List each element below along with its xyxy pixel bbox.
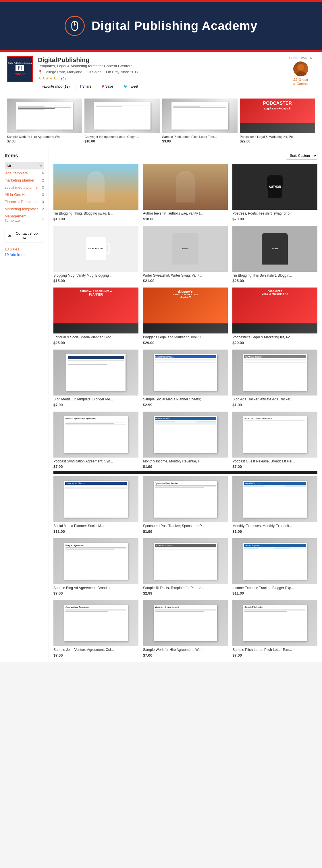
- sidebar-financial-label: Financial Templates: [5, 199, 38, 204]
- product-price-0: $18.00: [54, 217, 138, 221]
- product-card-17[interactable]: Monthly Expenses Monthly Expenses: Month…: [232, 476, 317, 534]
- product-title-23: Sample Pitch Letter, Pitch Letter Tem...: [232, 648, 317, 652]
- product-img-2: AUTHOR: [232, 164, 317, 210]
- product-title-16: Sponsored Post Tracker; Sponsored P...: [143, 524, 228, 528]
- product-card-9[interactable]: Blog Media Kit Template, Blogger Me... $…: [54, 349, 138, 407]
- sort-select[interactable]: Sort: Custom: [286, 152, 317, 160]
- product-title-11: Blog Ads Tracker, Affiliate Ads Tracker.…: [232, 397, 317, 402]
- contact-shop-button[interactable]: ✉ Contact shop owner: [5, 229, 44, 242]
- product-img-0: [54, 164, 138, 210]
- sidebar-item-marketing[interactable]: marketing planner 2: [5, 177, 44, 184]
- product-card-21[interactable]: Joint Venture Agreement Sample Joint Ven…: [54, 600, 138, 657]
- featured-img-2: [162, 98, 237, 133]
- product-price-18: $7.00: [54, 591, 138, 595]
- product-card-14[interactable]: PODCAST GUEST RELEASE Podcast Guest Rele…: [232, 412, 317, 469]
- sidebar-management-count: 1: [42, 216, 44, 220]
- product-price-19: $2.99: [143, 591, 228, 595]
- product-card-3[interactable]: I'M BLOGGIN' Blogging Mug, Vanity Mug, B…: [54, 226, 138, 283]
- product-title-4: Writer Sweatshirt, Writer Swag, Vanit...: [143, 273, 228, 278]
- facebook-icon: f: [80, 85, 81, 89]
- tweet-button[interactable]: 🐦 Tweet: [120, 83, 142, 90]
- product-title-22: Sample Work for Hire Agreement, Wo...: [143, 648, 228, 652]
- product-title-6: Editorial & Social Media Planner, Blog..…: [54, 335, 138, 340]
- svg-point-7: [296, 71, 306, 76]
- featured-item-0[interactable]: Sample Work for Hire Agreement; Wo... $7…: [7, 98, 82, 143]
- product-card-15[interactable]: Social Media Planner Social Media Planne…: [54, 476, 138, 534]
- product-title-1: Author tee shirt, author swag, vanity t.…: [143, 211, 228, 216]
- featured-item-2[interactable]: Sample Pitch Letter, Pitch Letter Tem...…: [162, 98, 237, 143]
- sidebar: Items All 26 legal template 6 marketing …: [0, 147, 49, 662]
- product-card-1[interactable]: Author tee shirt, author swag, vanity t.…: [143, 164, 228, 221]
- product-card-19[interactable]: To Do List Template Sample To Do list Te…: [143, 538, 228, 596]
- product-img-15: Social Media Planner: [54, 476, 138, 522]
- product-card-8[interactable]: PODCASTER Legal & Marketing Kit Podcaste…: [232, 287, 317, 345]
- product-card-11[interactable]: Ad/Affiliate Tracker Blog Ads Tracker, A…: [232, 349, 317, 407]
- shop-owner-label: SHOP OWNER: [289, 56, 312, 60]
- sidebar-item-mktemplates[interactable]: Marketing templates 2: [5, 205, 44, 213]
- product-card-6[interactable]: EDITORIAL & SOCIAL MEDIA PLANNER Editori…: [54, 287, 138, 345]
- product-card-4[interactable]: writer Writer Sweatshirt, Writer Swag, V…: [143, 226, 228, 283]
- shop-owner-name[interactable]: JJ Ghatt: [293, 78, 308, 82]
- featured-price-1: $10.00: [85, 139, 160, 143]
- favorite-shop-button[interactable]: Favorite shop (19): [38, 83, 73, 90]
- product-card-16[interactable]: Sponsored Post Tracker Sponsored Post Tr…: [143, 476, 228, 534]
- save-button[interactable]: P Save: [98, 83, 117, 90]
- product-price-15: $11.00: [54, 529, 138, 534]
- product-img-9: [54, 349, 138, 396]
- product-title-10: Sample Social Media Planner Sheets; ...: [143, 397, 228, 402]
- shop-logo: Digital Publishing Academy shop!: [7, 56, 33, 82]
- product-price-10: $2.99: [143, 403, 228, 407]
- sales-stat[interactable]: 13 Sales: [5, 247, 44, 251]
- products-grid: I'm Blogging Thing, Blogging swag, B... …: [54, 164, 317, 469]
- product-card-2[interactable]: AUTHOR Poetress, Poets, Tee shirt, swag …: [232, 164, 317, 221]
- sidebar-allinone-label: All-in-One Kit: [5, 192, 27, 197]
- shop-logo-text: Digital Publishing Academy shop!: [8, 62, 32, 77]
- shop-owner-contact[interactable]: ● Contact: [293, 82, 309, 86]
- product-img-7: Blogger's Legal & Marketing ሕgᎯnΛ⊓: [143, 287, 228, 334]
- sidebar-item-social[interactable]: social media planner 3: [5, 184, 44, 191]
- product-card-23[interactable]: Sample Pitch Letter Sample Pitch Letter,…: [232, 600, 317, 657]
- featured-item-1[interactable]: Copyright Infringement Letter; Copyri...…: [85, 98, 160, 143]
- product-card-18[interactable]: Blog Ad Agreement Sample Blog Ad Agreeme…: [54, 538, 138, 596]
- product-card-20[interactable]: Income Expense Income Expense Tracker, B…: [232, 538, 317, 596]
- product-title-8: Podcaster's Legal & Marketing Kit, Po...: [232, 335, 317, 340]
- shop-details: DigitalPublishing Templates, Legal & Mar…: [38, 56, 281, 90]
- product-img-22: Work for Hire Agreement: [143, 600, 228, 646]
- svg-point-2: [74, 24, 75, 26]
- product-title-7: Blogger's Legal and Marketing Tool Ki...: [143, 335, 228, 340]
- product-title-15: Social Media Planner: Social M...: [54, 524, 138, 528]
- product-img-21: Joint Venture Agreement: [54, 600, 138, 646]
- shop-location: College Park, Maryland: [38, 70, 83, 74]
- product-price-22: $7.00: [143, 653, 228, 657]
- share-button[interactable]: f Share: [76, 83, 95, 90]
- sidebar-item-all[interactable]: All 26: [5, 162, 44, 169]
- product-img-13: Monthly Income: [143, 412, 228, 458]
- product-card-7[interactable]: Blogger's Legal & Marketing ሕgᎯnΛ⊓ Blogg…: [143, 287, 228, 345]
- product-price-4: $21.00: [143, 279, 228, 283]
- shop-owner-section: SHOP OWNER JJ Ghatt ● Contact: [286, 56, 315, 86]
- product-card-22[interactable]: Work for Hire Agreement Sample Work for …: [143, 600, 228, 657]
- product-card-5[interactable]: writer I'm Blogging This Sweatshirt, Blo…: [232, 226, 317, 283]
- featured-title-0: Sample Work for Hire Agreement; Wo...: [7, 135, 82, 139]
- sidebar-item-financial[interactable]: Financial Templates 3: [5, 198, 44, 205]
- admirers-stat[interactable]: 19 Admirers: [5, 252, 44, 257]
- sidebar-financial-count: 3: [42, 200, 44, 204]
- product-price-17: $1.99: [232, 529, 317, 534]
- sidebar-item-legal[interactable]: legal template 6: [5, 169, 44, 177]
- product-title-14: Podcast Guest Release, Broadcast Rel...: [232, 459, 317, 464]
- featured-item-3[interactable]: PODCASTER Legal & Marketing Kit Podcaste…: [240, 98, 315, 143]
- product-img-4: writer: [143, 226, 228, 272]
- product-title-3: Blogging Mug, Vanity Mug, Blogging ...: [54, 273, 138, 278]
- product-card-12[interactable]: Podcast Syndication Agreement Podcast Sy…: [54, 412, 138, 469]
- product-card-0[interactable]: I'm Blogging Thing, Blogging swag, B... …: [54, 164, 138, 221]
- product-title-21: Sample Joint Venture Agreement, Col...: [54, 648, 138, 652]
- sidebar-all-count: 26: [38, 164, 42, 168]
- sidebar-mktemplates-count: 2: [42, 207, 44, 211]
- sidebar-social-label: social media planner: [5, 185, 39, 190]
- product-card-13[interactable]: Monthly Income Monthly Income, Monthly R…: [143, 412, 228, 469]
- sidebar-item-allinone[interactable]: All-in-One Kit 3: [5, 191, 44, 198]
- product-title-2: Poetress, Poets, Tee shirt, swag for p..…: [232, 211, 317, 216]
- sidebar-item-management[interactable]: Management Template 1: [5, 213, 44, 224]
- product-card-10[interactable]: Social Media Planner Sample Social Media…: [143, 349, 228, 407]
- product-img-18: Blog Ad Agreement: [54, 538, 138, 584]
